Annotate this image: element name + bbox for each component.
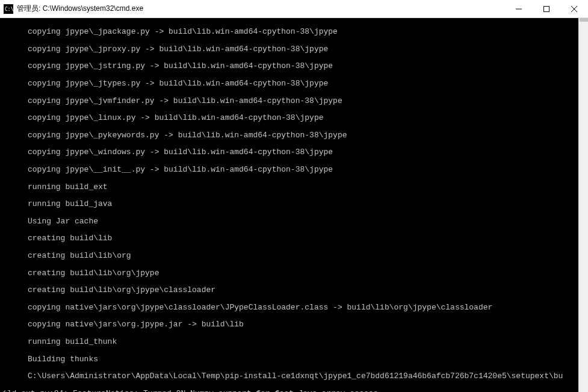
svg-text:C:\: C:\: [5, 7, 13, 12]
maximize-button[interactable]: [533, 0, 560, 17]
vertical-scrollbar[interactable]: [578, 18, 588, 392]
output-line: copying jpype\_jpackage.py -> build\lib.…: [2, 28, 586, 36]
output-line: copying jpype\_jtypes.py -> build\lib.wi…: [2, 79, 586, 88]
output-line: creating build\lib: [2, 234, 586, 243]
output-line: copying native\jars\org\jpype\classloade…: [2, 303, 586, 312]
output-line: copying jpype\_jstring.py -> build\lib.w…: [2, 62, 586, 70]
minimize-button[interactable]: [505, 0, 533, 17]
output-line: copying native\jars\org.jpype.jar -> bui…: [2, 320, 586, 329]
output-line: creating build\lib\org\jpype\classloader: [2, 286, 586, 294]
output-line: copying jpype\_jvmfinder.py -> build\lib…: [2, 97, 586, 105]
output-line: copying jpype\_pykeywords.py -> build\li…: [2, 131, 586, 140]
output-line: running build_thunk: [2, 338, 586, 346]
scrollbar-thumb[interactable]: [580, 18, 588, 22]
close-button[interactable]: [560, 0, 588, 17]
output-line: copying jpype\_windows.py -> build\lib.w…: [2, 148, 586, 157]
window-controls: [505, 0, 588, 17]
output-line: copying jpype\__init__.py -> build\lib.w…: [2, 166, 586, 174]
output-line: ild_ext.py:84: FeatureNotice: Turned ON …: [2, 390, 586, 392]
output-line: running build_java: [2, 200, 586, 208]
cmd-icon: C:\: [4, 4, 13, 14]
output-line: creating build\lib\org: [2, 252, 586, 260]
output-line: copying jpype\_jproxy.py -> build\lib.wi…: [2, 45, 586, 54]
output-line: running build_ext: [2, 183, 586, 191]
terminal-output[interactable]: copying jpype\_jpackage.py -> build\lib.…: [0, 18, 588, 392]
window-title: 管理员: C:\Windows\system32\cmd.exe: [17, 4, 505, 14]
output-line: C:\Users\Administrator\AppData\Local\Tem…: [2, 372, 586, 381]
output-line: Using Jar cache: [2, 217, 586, 226]
output-line: creating build\lib\org\jpype: [2, 269, 586, 278]
output-line: copying jpype\_linux.py -> build\lib.win…: [2, 114, 586, 122]
svg-rect-3: [544, 6, 549, 11]
titlebar: C:\ 管理员: C:\Windows\system32\cmd.exe: [0, 0, 588, 18]
output-line: Building thunks: [2, 355, 586, 364]
